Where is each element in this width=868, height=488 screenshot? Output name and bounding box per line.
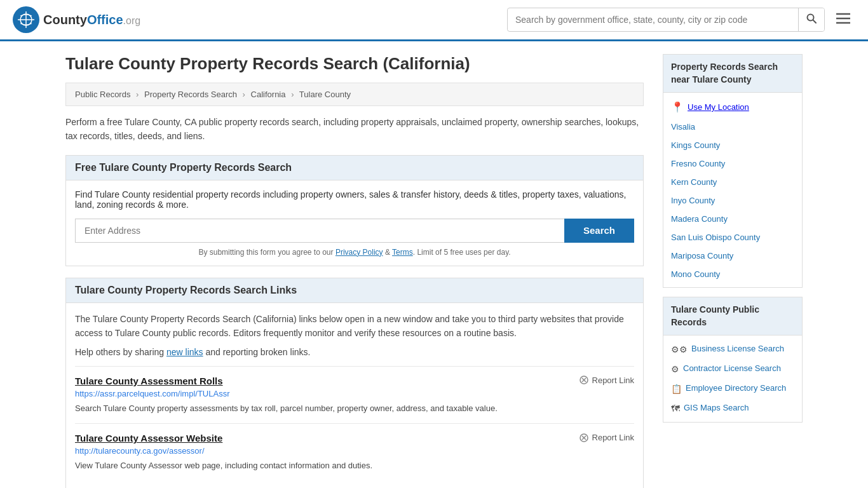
breadcrumb-public-records[interactable]: Public Records [75,90,130,99]
header-right [507,8,855,32]
site-header: CountyOffice.org [0,0,868,41]
link-title-1[interactable]: Tulare County Assessment Rolls [75,376,223,386]
sidebar-item-mariposa-county[interactable]: Mariposa County [663,247,802,265]
sidebar-item-visalia[interactable]: Visalia [663,118,802,136]
sidebar-item-fresno-county[interactable]: Fresno County [663,154,802,173]
report-link-button-2[interactable]: Report Link [580,433,634,442]
sidebar-public-records-heading: Tulare County Public Records [663,297,802,336]
sidebar-nearby-section: Property Records Search near Tulare Coun… [663,54,803,288]
link-desc-2: View Tulare County Assessor web page, in… [75,459,634,472]
links-description: The Tulare County Property Records Searc… [75,312,634,341]
free-search-description: Find Tulare County residential property … [75,189,634,210]
link-url-2[interactable]: http://tularecounty.ca.gov/assessor/ [75,446,634,456]
use-my-location-link[interactable]: Use My Location [688,102,749,112]
page-title: Tulare County Property Records Search (C… [65,54,644,74]
sidebar-item-kern-county[interactable]: Kern County [663,173,802,191]
links-section: Tulare County Property Records Search Li… [65,278,644,488]
sidebar-public-records-body: ⚙⚙ Business License Search ⚙ Contractor … [663,336,802,422]
new-links-link[interactable]: new links [166,347,203,357]
link-item: Tulare County Assessment Rolls Report Li… [75,366,634,424]
link-item-header: Tulare County Assessor Website Report Li… [75,433,634,444]
location-pin-icon: 📍 [671,101,684,113]
header-search-container [507,8,825,32]
breadcrumb: Public Records › Property Records Search… [65,83,644,106]
link-url-1[interactable]: https://assr.parcelquest.com/impl/TULAss… [75,389,634,398]
logo-area: CountyOffice.org [13,6,140,33]
hamburger-button[interactable] [831,9,855,30]
page-description: Perform a free Tulare County, CA public … [65,115,644,144]
free-search-body: Find Tulare County residential property … [66,180,643,266]
sidebar-item-san-luis-obispo[interactable]: San Luis Obispo County [663,228,802,247]
sidebar-item-business-license[interactable]: ⚙⚙ Business License Search [663,339,802,359]
sidebar-item-employee-directory[interactable]: 📋 Employee Directory Search [663,379,802,398]
privacy-policy-link[interactable]: Privacy Policy [336,248,383,257]
map-icon: 🗺 [671,403,680,414]
search-submit-button[interactable]: Search [564,219,634,243]
link-desc-1: Search Tulare County property assessment… [75,402,634,415]
svg-line-5 [813,20,817,24]
form-disclaimer: By submitting this form you agree to our… [75,248,634,257]
sidebar-item-use-my-location[interactable]: 📍 Use My Location [663,97,802,118]
gear-icon-2: ⚙ [671,364,679,374]
report-icon-2 [580,433,588,442]
link-item-header: Tulare County Assessment Rolls Report Li… [75,376,634,386]
header-search-input[interactable] [508,10,798,30]
sidebar-nearby-body: 📍 Use My Location Visalia Kings County F… [663,93,802,287]
report-icon-1 [580,376,588,384]
logo-text: CountyOffice.org [43,13,140,27]
sidebar-item-gis-maps[interactable]: 🗺 GIS Maps Search [663,398,802,418]
links-heading: Tulare County Property Records Search Li… [66,278,643,303]
sidebar-item-kings-county[interactable]: Kings County [663,136,802,154]
sidebar-item-inyo-county[interactable]: Inyo County [663,191,802,210]
breadcrumb-tulare-county[interactable]: Tulare County [299,90,351,99]
sidebar-item-contractor-license[interactable]: ⚙ Contractor License Search [663,359,802,379]
free-search-section: Free Tulare County Property Records Sear… [65,155,644,266]
report-link-button-1[interactable]: Report Link [580,376,634,385]
address-form: Search [75,219,634,243]
free-search-heading: Free Tulare County Property Records Sear… [66,156,643,180]
sidebar-public-records-section: Tulare County Public Records ⚙⚙ Business… [663,297,803,423]
sidebar-nearby-heading: Property Records Search near Tulare Coun… [663,55,802,93]
link-title-2[interactable]: Tulare County Assessor Website [75,433,222,444]
terms-link[interactable]: Terms [392,248,413,257]
sidebar-item-mono-county[interactable]: Mono County [663,265,802,283]
links-body: The Tulare County Property Records Searc… [66,303,643,488]
breadcrumb-property-records[interactable]: Property Records Search [144,90,237,99]
gear-icon: ⚙⚙ [671,344,688,355]
main-content: Tulare County Property Records Search (C… [53,41,815,488]
logo-icon [13,6,39,33]
link-item: Tulare County Assessor Website Report Li… [75,423,634,481]
sidebar-item-madera-county[interactable]: Madera County [663,210,802,228]
document-icon: 📋 [671,384,682,394]
help-line: Help others by sharing new links and rep… [75,347,634,357]
left-content: Tulare County Property Records Search (C… [65,54,644,488]
sidebar: Property Records Search near Tulare Coun… [663,54,803,488]
breadcrumb-california[interactable]: California [251,90,286,99]
header-search-button[interactable] [798,8,824,31]
address-input[interactable] [75,219,564,243]
